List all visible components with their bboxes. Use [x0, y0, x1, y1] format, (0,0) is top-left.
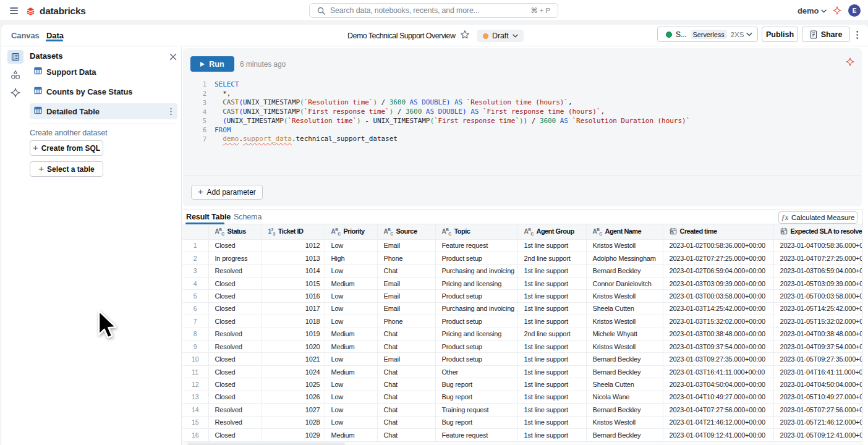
table-cell[interactable]: Chat [377, 391, 435, 403]
table-cell[interactable]: Bernard Beckley [586, 365, 663, 378]
table-cell[interactable]: Product setup [435, 341, 517, 353]
tab-schema[interactable]: Schema [234, 213, 262, 221]
table-cell[interactable]: Low [325, 378, 377, 391]
table-cell[interactable]: Closed [208, 429, 262, 441]
horizontal-scrollbar[interactable] [182, 441, 862, 445]
code-line[interactable]: 4 CAST(UNIX_TIMESTAMP(`First response ti… [183, 107, 862, 116]
scrollbar-thumb[interactable] [187, 443, 345, 445]
table-cell[interactable]: 1012 [262, 239, 325, 252]
table-cell[interactable]: Closed [208, 239, 262, 252]
table-cell[interactable]: 2023-01-02T07:27:25.000+00:00 [663, 252, 773, 264]
add-parameter-button[interactable]: + Add parameter [191, 185, 263, 200]
rail-datasets-icon[interactable] [7, 50, 23, 64]
table-cell[interactable]: Bernard Beckley [586, 265, 663, 277]
create-from-sql-button[interactable]: + Create from SQL [30, 140, 103, 156]
table-cell[interactable]: 2023-01-02T06:59:04.000+00:00 [663, 265, 773, 277]
table-cell[interactable]: Phone [377, 252, 435, 264]
table-cell[interactable]: Email [377, 290, 435, 302]
table-cell[interactable]: Resolved [208, 404, 262, 416]
table-cell[interactable]: Chat [377, 429, 435, 441]
column-header[interactable]: ABCAgent Name [586, 224, 663, 239]
table-cell[interactable]: 1025 [262, 378, 325, 391]
table-cell[interactable]: 1st line support [517, 290, 586, 302]
more-options-kebab[interactable] [853, 27, 862, 42]
hamburger-menu-icon[interactable] [10, 7, 18, 14]
table-cell[interactable]: Chat [377, 416, 435, 428]
table-cell[interactable]: Low [325, 315, 377, 328]
column-header[interactable]: ABCSource [377, 224, 435, 239]
table-cell[interactable]: 1st line support [517, 277, 586, 289]
table-cell[interactable]: Sheela Cutten [586, 302, 663, 315]
table-cell[interactable]: Closed [208, 315, 262, 328]
table-cell[interactable]: 1013 [262, 252, 325, 264]
table-cell[interactable]: 1018 [262, 315, 325, 328]
column-header[interactable]: Expected SLA to resolve [773, 224, 862, 239]
table-cell[interactable]: Chat [377, 404, 435, 416]
table-cell[interactable]: 2023-01-03T00:03:58.000+00:00 [663, 290, 773, 302]
table-cell[interactable]: 1st line support [517, 404, 586, 416]
table-cell[interactable]: 2023-01-04T10:49:27.000+00:00 [663, 391, 773, 403]
table-cell[interactable]: Medium [325, 328, 377, 340]
dataset-item[interactable]: Detailed Table [30, 103, 177, 119]
table-cell[interactable]: 2023-01-03T00:38:48.000+00:00 [663, 328, 773, 340]
sql-code-editor[interactable]: 1SELECT2 *,3 CAST(UNIX_TIMESTAMP(`Resolu… [183, 80, 862, 143]
table-cell[interactable]: 1st line support [517, 353, 586, 365]
column-header[interactable]: 123Ticket ID [262, 224, 325, 239]
table-cell[interactable]: Chat [377, 365, 435, 378]
favorite-star-icon[interactable] [460, 30, 471, 41]
table-cell[interactable]: 1st line support [517, 429, 586, 441]
column-header[interactable]: ABCStatus [208, 224, 262, 239]
table-cell[interactable]: 2023-01-03T15:32:02.000+00:00 [663, 315, 773, 328]
warehouse-selector[interactable]: S... Serverless 2XS [657, 27, 758, 42]
table-cell[interactable]: Low [325, 239, 377, 252]
assistant-sparkle-icon[interactable] [846, 57, 854, 66]
table-cell[interactable]: Bug report [435, 378, 517, 391]
table-cell[interactable]: 1020 [262, 341, 325, 353]
table-cell[interactable]: Low [325, 265, 377, 277]
table-cell[interactable]: 1019 [262, 328, 325, 340]
table-cell[interactable]: 2023-01-04T21:46:12.000+00:00 [663, 416, 773, 428]
table-cell[interactable]: Kristos Westoll [586, 416, 663, 428]
table-cell[interactable]: Kristos Westoll [586, 315, 663, 328]
table-cell[interactable]: Closed [208, 302, 262, 315]
table-cell[interactable]: 2023-01-03T09:37:54.000+00:00 [663, 341, 773, 353]
table-cell[interactable]: Low [325, 404, 377, 416]
code-line[interactable]: 2 *, [183, 89, 862, 98]
select-a-table-button[interactable]: + Select a table [30, 161, 103, 177]
table-cell[interactable]: 2023-01-03T09:27:35.000+00:00 [663, 353, 773, 365]
table-cell[interactable]: Training request [435, 404, 517, 416]
table-cell[interactable]: Resolved [208, 341, 262, 353]
table-cell[interactable]: Nicola Wane [586, 391, 663, 403]
table-cell[interactable]: 1st line support [517, 378, 586, 391]
table-cell[interactable]: Kristos Westoll [586, 290, 663, 302]
table-cell[interactable]: Pricing and licensing [435, 277, 517, 289]
table-cell[interactable]: Resolved [208, 265, 262, 277]
table-cell[interactable]: Bernard Beckley [586, 353, 663, 365]
table-cell[interactable]: 2023-01-05T14:25:42.000+00:00 [773, 302, 862, 315]
table-cell[interactable]: Low [325, 416, 377, 428]
table-cell[interactable]: 2023-01-04T09:37:54.000+00:00 [773, 341, 862, 353]
table-cell[interactable]: 2023-01-03T04:50:04.000+00:00 [663, 378, 773, 391]
close-icon[interactable] [167, 51, 179, 63]
table-cell[interactable]: 1028 [262, 416, 325, 428]
table-cell[interactable]: Product setup [435, 290, 517, 302]
publish-button[interactable]: Publish [762, 27, 798, 42]
table-cell[interactable]: Closed [208, 365, 262, 378]
table-cell[interactable]: 2023-01-04T04:50:04.000+00:00 [773, 378, 862, 391]
table-cell[interactable]: Product setup [435, 315, 517, 328]
table-cell[interactable]: Connor Danielovitch [586, 277, 663, 289]
table-cell[interactable]: 2nd line support [517, 328, 586, 340]
table-cell[interactable]: Low [325, 391, 377, 403]
table-cell[interactable]: 2023-01-04T00:58:36.000+00:00 [773, 239, 862, 252]
table-cell[interactable]: Product setup [435, 252, 517, 264]
table-cell[interactable]: Sheela Cutten [586, 378, 663, 391]
column-header[interactable]: ABCTopic [435, 224, 517, 239]
table-cell[interactable]: Bug report [435, 391, 517, 403]
calculated-measure-button[interactable]: ƒx Calculated Measure [778, 211, 857, 224]
table-cell[interactable]: Chat [377, 378, 435, 391]
table-cell[interactable]: 1st line support [517, 302, 586, 315]
table-cell[interactable]: Email [377, 353, 435, 365]
table-cell[interactable]: Product setup [435, 353, 517, 365]
table-cell[interactable]: 2023-01-02T00:58:36.000+00:00 [663, 239, 773, 252]
user-avatar[interactable]: E [848, 4, 861, 17]
